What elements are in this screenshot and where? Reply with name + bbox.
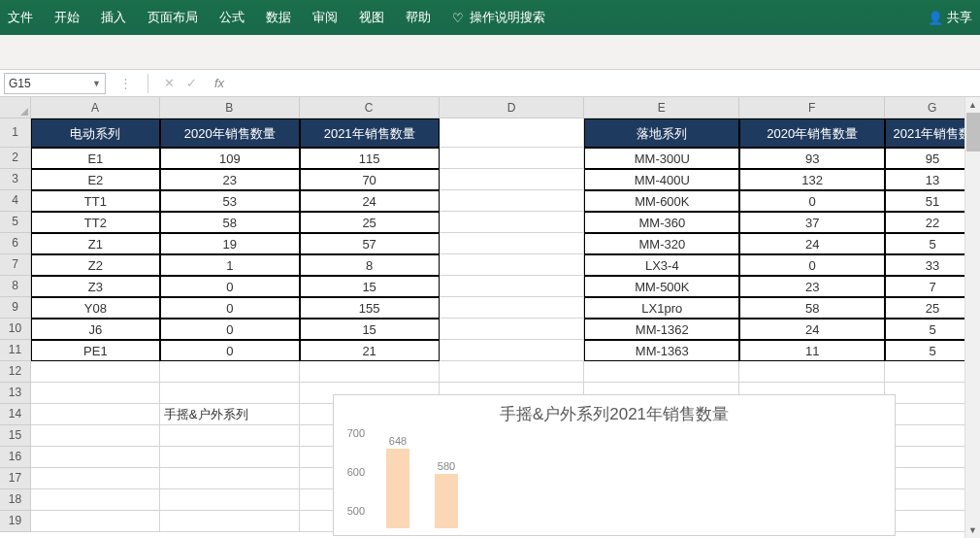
cell-A9[interactable]: Y08 xyxy=(31,297,160,319)
cell-F2[interactable]: 93 xyxy=(739,148,885,169)
cell-C6[interactable]: 57 xyxy=(300,233,440,254)
cell-A3[interactable]: E2 xyxy=(31,169,160,190)
cell-A19[interactable] xyxy=(31,511,160,532)
vertical-scrollbar[interactable]: ▲ ▼ xyxy=(964,97,980,538)
cell-D9[interactable] xyxy=(440,297,585,319)
cell-C11[interactable]: 21 xyxy=(300,340,440,361)
tab-view[interactable]: 视图 xyxy=(359,9,384,26)
cell-F3[interactable]: 132 xyxy=(739,169,885,190)
row-header-13[interactable]: 13 xyxy=(0,383,31,404)
cell-B4[interactable]: 53 xyxy=(160,190,300,212)
cell-A13[interactable] xyxy=(31,383,160,404)
cell-C1[interactable]: 2021年销售数量 xyxy=(300,118,440,148)
cell-A11[interactable]: PE1 xyxy=(31,340,160,361)
cell-C4[interactable]: 24 xyxy=(300,190,440,212)
cell-F12[interactable] xyxy=(739,361,885,383)
row-header-4[interactable]: 4 xyxy=(0,190,31,212)
cell-D11[interactable] xyxy=(440,340,585,361)
tab-insert[interactable]: 插入 xyxy=(101,9,126,26)
share-button[interactable]: 👤 共享 xyxy=(928,9,972,26)
tab-formulas[interactable]: 公式 xyxy=(219,9,245,26)
cell-A16[interactable] xyxy=(31,447,160,468)
cell-C12[interactable] xyxy=(300,361,440,383)
cell-E1[interactable]: 落地系列 xyxy=(584,118,739,148)
row-header-16[interactable]: 16 xyxy=(0,447,31,468)
tab-page-layout[interactable]: 页面布局 xyxy=(147,9,198,26)
cell-F9[interactable]: 58 xyxy=(739,297,885,319)
cell-B13[interactable] xyxy=(160,383,300,404)
cell-D10[interactable] xyxy=(440,319,585,340)
cell-B2[interactable]: 109 xyxy=(160,148,300,169)
cell-A10[interactable]: J6 xyxy=(31,319,160,340)
cell-C10[interactable]: 15 xyxy=(300,319,440,340)
cell-A18[interactable] xyxy=(31,489,160,511)
cell-B16[interactable] xyxy=(160,447,300,468)
cell-D7[interactable] xyxy=(440,254,585,276)
cell-F1[interactable]: 2020年销售数量 xyxy=(739,118,885,148)
cell-A12[interactable] xyxy=(31,361,160,383)
scroll-thumb[interactable] xyxy=(966,113,980,151)
col-header-A[interactable]: A xyxy=(31,97,160,118)
expand-icon[interactable]: ⋮ xyxy=(119,76,132,90)
cell-E12[interactable] xyxy=(584,361,739,383)
cell-A17[interactable] xyxy=(31,468,160,489)
cell-E10[interactable]: MM-1362 xyxy=(584,319,739,340)
cell-B19[interactable] xyxy=(160,511,300,532)
cell-D4[interactable] xyxy=(440,190,585,212)
scroll-up-icon[interactable]: ▲ xyxy=(965,97,980,113)
row-header-5[interactable]: 5 xyxy=(0,212,31,233)
row-header-9[interactable]: 9 xyxy=(0,297,31,319)
cell-A15[interactable] xyxy=(31,425,160,447)
cell-F4[interactable]: 0 xyxy=(739,190,885,212)
cell-F6[interactable]: 24 xyxy=(739,233,885,254)
row-header-2[interactable]: 2 xyxy=(0,148,31,169)
tell-me-search[interactable]: ♡ 操作说明搜索 xyxy=(452,9,545,26)
col-header-D[interactable]: D xyxy=(440,97,585,118)
row-header-15[interactable]: 15 xyxy=(0,425,31,447)
cell-C5[interactable]: 25 xyxy=(300,212,440,233)
cell-E11[interactable]: MM-1363 xyxy=(584,340,739,361)
cell-F10[interactable]: 24 xyxy=(739,319,885,340)
tab-file[interactable]: 文件 xyxy=(8,9,33,26)
name-box[interactable]: G15 ▼ xyxy=(4,73,106,94)
scroll-down-icon[interactable]: ▼ xyxy=(965,522,980,538)
cell-F5[interactable]: 37 xyxy=(739,212,885,233)
cell-E3[interactable]: MM-400U xyxy=(584,169,739,190)
fx-icon[interactable]: fx xyxy=(214,76,224,90)
cell-B12[interactable] xyxy=(160,361,300,383)
cell-A1[interactable]: 电动系列 xyxy=(31,118,160,148)
cell-F11[interactable]: 11 xyxy=(739,340,885,361)
row-header-10[interactable]: 10 xyxy=(0,319,31,340)
cell-D1[interactable] xyxy=(440,118,585,148)
cell-B3[interactable]: 23 xyxy=(160,169,300,190)
cell-B11[interactable]: 0 xyxy=(160,340,300,361)
tab-help[interactable]: 帮助 xyxy=(406,9,431,26)
enter-icon[interactable]: ✓ xyxy=(186,76,197,90)
cell-D6[interactable] xyxy=(440,233,585,254)
cell-C7[interactable]: 8 xyxy=(300,254,440,276)
cell-D2[interactable] xyxy=(440,148,585,169)
tab-review[interactable]: 审阅 xyxy=(312,9,338,26)
row-header-3[interactable]: 3 xyxy=(0,169,31,190)
cancel-icon[interactable]: ✕ xyxy=(164,76,175,90)
row-header-18[interactable]: 18 xyxy=(0,489,31,511)
row-header-7[interactable]: 7 xyxy=(0,254,31,276)
cell-D5[interactable] xyxy=(440,212,585,233)
cell-E2[interactable]: MM-300U xyxy=(584,148,739,169)
cell-C9[interactable]: 155 xyxy=(300,297,440,319)
cell-B10[interactable]: 0 xyxy=(160,319,300,340)
cell-D3[interactable] xyxy=(440,169,585,190)
cell-F7[interactable]: 0 xyxy=(739,254,885,276)
row-header-11[interactable]: 11 xyxy=(0,340,31,361)
cell-A7[interactable]: Z2 xyxy=(31,254,160,276)
cell-A8[interactable]: Z3 xyxy=(31,276,160,297)
col-header-E[interactable]: E xyxy=(584,97,739,118)
cell-E4[interactable]: MM-600K xyxy=(584,190,739,212)
row-header-12[interactable]: 12 xyxy=(0,361,31,383)
col-header-F[interactable]: F xyxy=(739,97,885,118)
cell-E8[interactable]: MM-500K xyxy=(584,276,739,297)
col-header-B[interactable]: B xyxy=(160,97,300,118)
tab-home[interactable]: 开始 xyxy=(54,9,80,26)
cell-C2[interactable]: 115 xyxy=(300,148,440,169)
cell-C8[interactable]: 15 xyxy=(300,276,440,297)
